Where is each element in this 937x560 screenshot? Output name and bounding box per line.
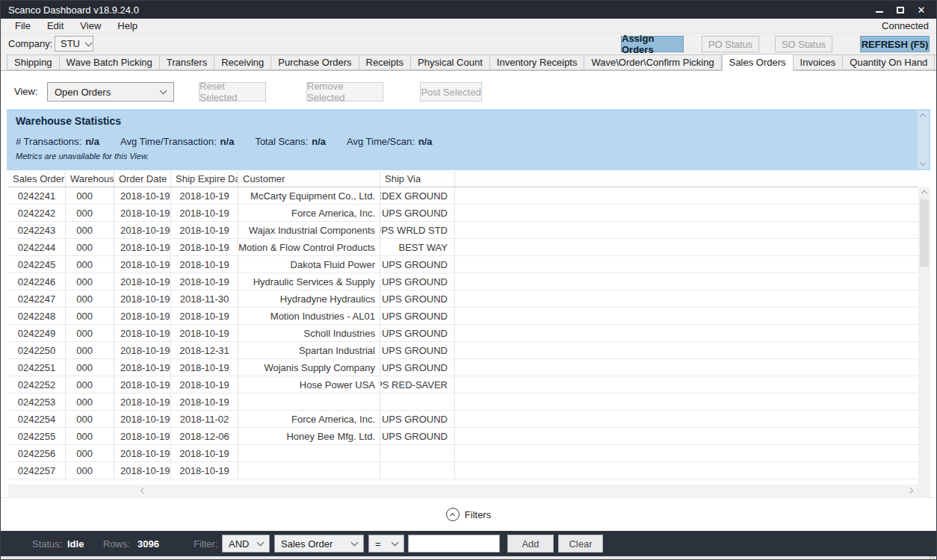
table-row[interactable]: 02422440002018-10-192018-10-19Motion & F… — [8, 239, 918, 256]
table-row[interactable]: 02422420002018-10-192018-10-19Force Amer… — [8, 205, 918, 222]
stats-title: Warehouse Statistics — [16, 115, 121, 127]
tab-wave-order-confirm-picking[interactable]: Wave\Order\Confirm Picking — [584, 55, 721, 70]
chevron-down-icon — [392, 539, 399, 547]
tab-inventory-receipts[interactable]: Inventory Receipts — [490, 55, 585, 70]
filter-conjunction-select[interactable]: AND — [222, 535, 270, 553]
window-bottom-edge — [1, 556, 936, 560]
table-cell-filler — [455, 205, 918, 221]
status-bar: Status: Idle Rows: 3096 Filter: AND Sale… — [1, 531, 936, 556]
table-cell: 0242255 — [8, 428, 66, 444]
minimize-icon[interactable] — [870, 1, 888, 18]
table-row[interactable]: 02422430002018-10-192018-10-19Wajax Indu… — [8, 222, 918, 239]
tab-wave-batch-picking[interactable]: Wave Batch Picking — [60, 55, 160, 70]
clear-filter-button[interactable]: Clear — [558, 535, 603, 553]
tab-receiving[interactable]: Receiving — [214, 55, 271, 70]
refresh-button[interactable]: REFRESH (F5) — [860, 36, 930, 52]
table-cell-filler — [455, 308, 918, 324]
assign-orders-button[interactable]: Assign Orders — [621, 36, 684, 52]
table-row[interactable]: 02422520002018-10-192018-10-19Hose Power… — [8, 376, 918, 393]
column-header-order-date[interactable]: Order Date — [114, 171, 171, 187]
table-cell-filler — [455, 239, 918, 255]
table-cell: 2018-10-19 — [114, 239, 171, 255]
table-cell: 2018-10-19 — [171, 205, 238, 221]
tab-sales-orders[interactable]: Sales Orders — [722, 54, 794, 71]
table-cell: 2018-10-19 — [114, 187, 171, 204]
menu-item-file[interactable]: File — [7, 20, 39, 31]
table-cell: UPS GROUND — [380, 256, 455, 273]
table-row[interactable]: 02422500002018-10-192018-12-31Spartan In… — [8, 342, 918, 359]
horizontal-scrollbar[interactable] — [8, 485, 918, 497]
scrollbar-thumb[interactable] — [920, 199, 929, 267]
column-header-ship-via[interactable]: Ship Via — [380, 171, 455, 187]
company-select[interactable]: STU — [55, 36, 93, 52]
table-cell: 2018-10-19 — [114, 273, 171, 290]
po-status-button[interactable]: PO Status — [702, 36, 759, 52]
menu-item-help[interactable]: Help — [109, 20, 146, 31]
table-row[interactable]: 02422510002018-10-192018-10-19Wojanis Su… — [8, 359, 918, 376]
tab-purchase-orders[interactable]: Purchase Orders — [271, 55, 359, 70]
tab-receipts[interactable]: Receipts — [359, 55, 412, 70]
table-row[interactable]: 02422530002018-10-192018-10-19 — [8, 393, 918, 411]
column-header-ship-expire-date[interactable]: Ship Expire Date — [171, 171, 238, 187]
table-cell — [380, 393, 455, 410]
table-cell: 0242243 — [8, 222, 66, 238]
column-header-customer[interactable]: Customer — [238, 171, 380, 187]
table-header-row: Sales OrderWarehouseOrder DateShip Expir… — [8, 171, 918, 187]
table-row[interactable]: 02422570002018-10-192018-10-19 — [8, 462, 918, 479]
column-header-warehouse[interactable]: Warehouse — [66, 171, 114, 187]
filter-operator-select[interactable]: = — [368, 535, 404, 553]
post-selected-button[interactable]: Post Selected — [420, 82, 482, 102]
table-row[interactable]: 02422450002018-10-192018-10-19Dakota Flu… — [8, 256, 918, 273]
table-row[interactable]: 02422410002018-10-192018-10-19McCarty Eq… — [8, 187, 918, 205]
scroll-up-icon — [920, 113, 926, 119]
filter-field-select[interactable]: Sales Order — [274, 535, 364, 553]
sales-orders-table: Sales OrderWarehouseOrder DateShip Expir… — [8, 171, 918, 479]
table-cell: UPS GROUND — [380, 273, 455, 290]
table-cell: 2018-10-19 — [171, 187, 238, 204]
table-cell: UPS RED-SAVER — [380, 376, 455, 393]
table-row[interactable]: 02422460002018-10-192018-10-19Hydraulic … — [8, 273, 918, 290]
remove-selected-button[interactable]: Remove Selected — [306, 82, 383, 102]
table-row[interactable]: 02422550002018-10-192018-12-06Honey Bee … — [8, 428, 918, 445]
table-row[interactable]: 02422540002018-10-192018-11-02Force Amer… — [8, 411, 918, 428]
close-icon[interactable]: ✕ — [912, 1, 930, 18]
table-cell: UPS GROUND — [380, 290, 455, 307]
table-cell: 000 — [66, 239, 114, 255]
stats-scrollbar[interactable] — [918, 111, 929, 169]
table-cell: 2018-10-19 — [114, 462, 171, 479]
tab-invoices[interactable]: Invoices — [794, 55, 844, 70]
table-cell: 2018-10-19 — [114, 325, 171, 341]
table-cell-filler — [455, 342, 918, 358]
chevron-down-icon — [160, 87, 167, 95]
table-cell: 000 — [66, 273, 114, 290]
table-row[interactable]: 02422490002018-10-192018-10-19Scholl Ind… — [8, 325, 918, 342]
column-header-sales-order[interactable]: Sales Order — [8, 171, 66, 187]
tab-shipping[interactable]: Shipping — [7, 55, 60, 70]
table-row[interactable]: 02422480002018-10-192018-10-19Motion Ind… — [8, 308, 918, 325]
tab-physical-count[interactable]: Physical Count — [411, 55, 490, 70]
table-cell: 0242256 — [8, 445, 66, 461]
status-value: Idle — [67, 538, 84, 550]
status-label: Status: — [32, 538, 62, 550]
reset-selected-button[interactable]: Reset Selected — [199, 82, 266, 102]
filter-value-input[interactable] — [408, 535, 500, 553]
filters-toggle[interactable]: Filters — [1, 497, 936, 531]
column-header-filler — [455, 171, 918, 187]
tab-transfers[interactable]: Transfers — [160, 55, 214, 70]
table-cell: 2018-10-19 — [171, 445, 238, 461]
table-cell: 0242247 — [8, 290, 66, 307]
table-row[interactable]: 02422470002018-10-192018-11-30Hydradyne … — [8, 290, 918, 308]
chevron-down-icon — [351, 539, 359, 547]
table-cell: 0242242 — [8, 205, 66, 221]
so-status-button[interactable]: SO Status — [775, 36, 832, 52]
rows-label: Rows: — [103, 538, 130, 550]
resize-grip[interactable] — [929, 556, 935, 560]
table-row[interactable]: 02422560002018-10-192018-10-19 — [8, 445, 918, 462]
table-cell: UPS GROUND — [380, 325, 455, 341]
menu-item-view[interactable]: View — [72, 20, 109, 31]
maximize-icon[interactable] — [891, 1, 909, 18]
view-select[interactable]: Open Orders — [47, 82, 174, 102]
menu-item-edit[interactable]: Edit — [39, 20, 72, 31]
add-filter-button[interactable]: Add — [507, 535, 554, 553]
tab-quantity-on-hand[interactable]: Quantity On Hand — [843, 55, 935, 70]
